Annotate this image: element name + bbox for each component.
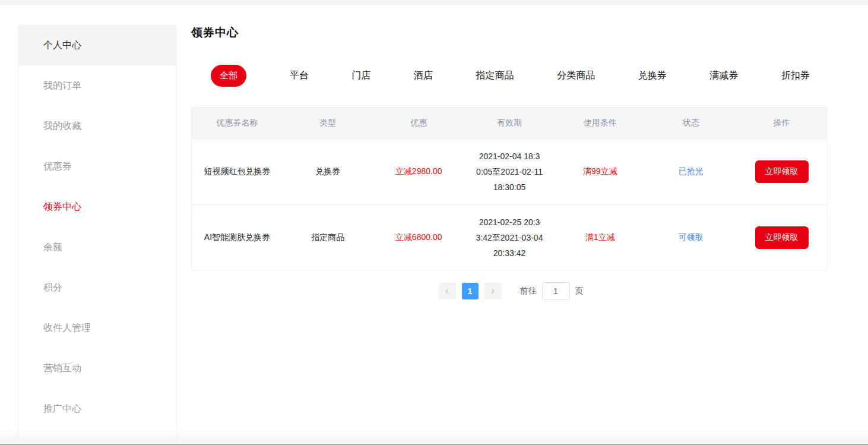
next-page-button[interactable]: › (484, 283, 502, 299)
coupon-status: 可领取 (645, 232, 736, 243)
prev-page-button[interactable]: ‹ (439, 283, 456, 299)
sidebar-item-marketing-interaction[interactable]: 营销互动 (18, 348, 176, 389)
coupon-validity: 2021-02-25 20:3 3:42至2021-03-04 20:33:42 (464, 214, 555, 261)
sidebar: 个人中心 我的订单 我的收藏 优惠券 领券中心 余额 积分 收件人管理 营销互动… (18, 25, 176, 444)
coupon-condition: 满1立减 (555, 232, 645, 243)
validity-line: 3:42至2021-03-04 (468, 230, 552, 245)
chevron-left-icon: ‹ (445, 285, 449, 296)
coupon-discount: 立减6800.00 (373, 232, 464, 243)
coupon-category-tabs: 全部 平台 门店 酒店 指定商品 分类商品 兑换券 满减券 折扣券 (191, 64, 828, 87)
tab-full-reduction-coupon[interactable]: 满减券 (709, 70, 738, 82)
coupon-condition: 满99立减 (555, 166, 645, 177)
col-header-condition: 使用条件 (555, 118, 645, 128)
col-header-action: 操作 (736, 118, 827, 128)
col-header-status: 状态 (645, 118, 736, 128)
sidebar-item-points[interactable]: 积分 (18, 267, 176, 308)
tab-all[interactable]: 全部 (211, 65, 246, 87)
coupon-discount: 立减2980.00 (373, 166, 464, 177)
tab-platform[interactable]: 平台 (290, 70, 309, 82)
goto-page-input[interactable] (542, 282, 570, 300)
validity-line: 18:30:05 (468, 179, 552, 195)
coupon-action-cell: 立即领取 (736, 160, 827, 183)
bottom-fade (0, 428, 868, 445)
tab-discount-coupon[interactable]: 折扣券 (781, 70, 810, 82)
coupon-table: 优惠券名称 类型 优惠 有效期 使用条件 状态 操作 短视频红包兑换券 兑换券 … (191, 107, 828, 271)
pagination: ‹ 1 › 前往 页 (191, 282, 828, 300)
coupon-action-cell: 立即领取 (736, 226, 827, 249)
validity-line: 20:33:42 (468, 245, 552, 261)
col-header-coupon-name: 优惠券名称 (192, 118, 283, 128)
sidebar-item-coupons[interactable]: 优惠券 (18, 146, 176, 187)
validity-line: 0:05至2021-02-11 (468, 164, 552, 179)
table-row: 短视频红包兑换券 兑换券 立减2980.00 2021-02-04 18:3 0… (192, 138, 827, 204)
sidebar-item-my-favorites[interactable]: 我的收藏 (18, 106, 176, 146)
coupon-name: 短视频红包兑换券 (192, 166, 283, 177)
tab-store[interactable]: 门店 (351, 70, 370, 82)
tab-category-goods[interactable]: 分类商品 (557, 70, 595, 82)
goto-page-label: 前往 (520, 286, 537, 296)
validity-line: 2021-02-04 18:3 (468, 149, 552, 164)
tab-exchange-coupon[interactable]: 兑换券 (638, 70, 667, 82)
sidebar-item-coupon-center[interactable]: 领券中心 (18, 187, 176, 227)
tab-hotel[interactable]: 酒店 (414, 70, 433, 82)
sidebar-item-my-orders[interactable]: 我的订单 (18, 65, 176, 106)
claim-now-button[interactable]: 立即领取 (755, 160, 809, 183)
sidebar-item-balance[interactable]: 余额 (18, 227, 176, 267)
main-content: 领券中心 全部 平台 门店 酒店 指定商品 分类商品 兑换券 满减券 折扣券 优… (191, 25, 828, 441)
col-header-type: 类型 (283, 118, 373, 128)
validity-line: 2021-02-25 20:3 (468, 214, 552, 230)
tab-specified-goods[interactable]: 指定商品 (476, 70, 514, 82)
page-title: 领券中心 (191, 25, 239, 40)
claim-now-button[interactable]: 立即领取 (755, 226, 809, 249)
coupon-name: AI智能测肤兑换券 (192, 232, 283, 243)
coupon-validity: 2021-02-04 18:3 0:05至2021-02-11 18:30:05 (464, 149, 555, 195)
page-unit-label: 页 (575, 286, 584, 296)
coupon-status: 已抢光 (645, 166, 736, 177)
col-header-validity: 有效期 (464, 118, 555, 128)
table-header-row: 优惠券名称 类型 优惠 有效期 使用条件 状态 操作 (192, 108, 827, 138)
table-row: AI智能测肤兑换券 指定商品 立减6800.00 2021-02-25 20:3… (192, 204, 827, 270)
col-header-discount: 优惠 (373, 118, 464, 128)
sidebar-item-recipient-management[interactable]: 收件人管理 (18, 308, 176, 348)
coupon-type: 兑换券 (283, 166, 373, 177)
top-bar (0, 0, 868, 5)
page-number-1[interactable]: 1 (462, 283, 479, 299)
coupon-type: 指定商品 (283, 232, 373, 243)
sidebar-item-promotion-center[interactable]: 推广中心 (18, 389, 176, 429)
chevron-right-icon: › (491, 285, 495, 296)
sidebar-item-personal-center[interactable]: 个人中心 (18, 25, 176, 65)
